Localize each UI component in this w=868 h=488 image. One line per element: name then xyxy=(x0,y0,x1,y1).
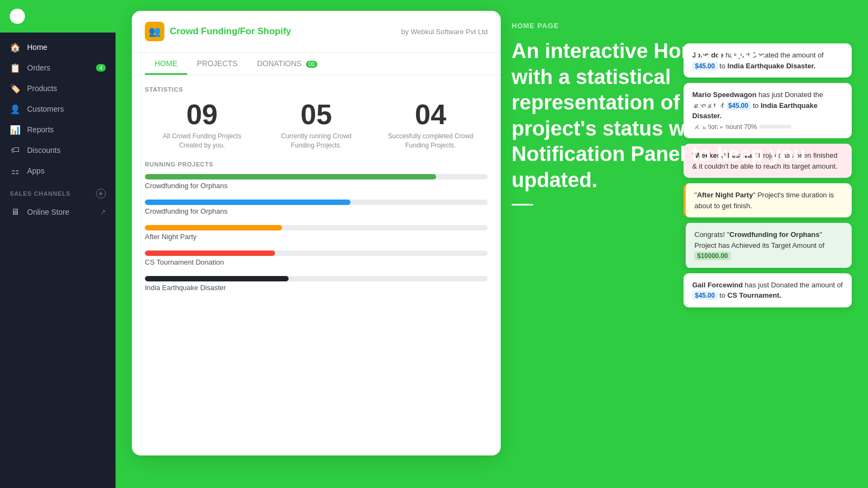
stat-running-projects: 05 Currently running Crowd Funding Proje… xyxy=(259,100,374,150)
donations-badge: 00 xyxy=(306,61,317,68)
reports-icon: 📊 xyxy=(10,124,21,135)
project-bar-fill xyxy=(145,225,282,230)
project-name: Crowdfunding for Orphans xyxy=(145,182,488,190)
projects-section: RUNNING PROJECTS Crowdfunding for Orphan… xyxy=(132,156,501,455)
orders-badge: 4 xyxy=(96,64,106,72)
discounts-icon: 🏷 xyxy=(10,145,21,156)
sidebar-item-orders-label: Orders xyxy=(27,63,50,72)
sidebar-item-customers-label: Customers xyxy=(27,105,64,113)
project-bar-bg xyxy=(145,225,488,230)
project-bar-fill xyxy=(145,174,436,179)
stats-label: STATISTICS xyxy=(145,86,488,93)
add-sales-channel-button[interactable]: + xyxy=(96,189,106,198)
project-item-1: Crowdfunding for Orphans xyxy=(145,200,488,215)
sales-channels-section: SALES CHANNELS + xyxy=(0,181,116,202)
project-bar-row xyxy=(145,251,488,256)
sidebar-item-orders[interactable]: 📋 Orders 4 xyxy=(0,57,116,78)
project-bar-fill xyxy=(145,251,275,256)
tab-projects[interactable]: PROJECTS xyxy=(187,53,247,75)
stats-grid: 09 All Crowd Funding Projects Created by… xyxy=(145,100,488,150)
project-bar-row xyxy=(145,276,488,281)
stat-total-desc: All Crowd Funding Projects Created by yo… xyxy=(145,132,259,150)
sidebar-item-online-store[interactable]: 🖥 Online Store ↗ xyxy=(0,202,116,222)
project-bar-fill xyxy=(145,200,350,205)
sidebar-item-home[interactable]: 🏠 Home xyxy=(0,37,116,57)
project-bar-bg xyxy=(145,276,488,281)
app-vendor: by Webkul Software Pvt Ltd xyxy=(401,28,488,36)
project-bar-row xyxy=(145,174,488,179)
shopify-logo-icon: 🛍 xyxy=(10,9,25,24)
project-bar-fill xyxy=(145,276,289,281)
stat-total-number: 09 xyxy=(145,100,259,129)
project-bar-bg xyxy=(145,174,488,179)
main-content: 👥 Crowd Funding/For Shopify by Webkul So… xyxy=(116,0,868,488)
home-icon: 🏠 xyxy=(10,42,21,53)
app-card-header: 👥 Crowd Funding/For Shopify by Webkul So… xyxy=(132,11,501,53)
sidebar-item-discounts[interactable]: 🏷 Discounts xyxy=(0,140,116,160)
stat-completed-desc: Succesfully completed Crowd Funding Proj… xyxy=(373,132,488,150)
stats-section: STATISTICS 09 All Crowd Funding Projects… xyxy=(132,75,501,156)
stat-running-number: 05 xyxy=(259,100,374,129)
external-link-icon: ↗ xyxy=(100,208,106,216)
sidebar: 🛍 🏠 Home 📋 Orders 4 🏷️ Products 👤 Custom… xyxy=(0,0,116,488)
tab-donations[interactable]: DONATIONS 00 xyxy=(247,53,327,75)
project-name: After Night Party xyxy=(145,233,488,241)
project-item-0: Crowdfunding for Orphans xyxy=(145,174,488,190)
stat-running-desc: Currently running Crowd Funding Projects… xyxy=(259,132,374,150)
notif-gail-forcewind: Gail Forcewind has just Donated the amou… xyxy=(684,273,852,307)
sidebar-item-home-label: Home xyxy=(27,43,47,52)
sidebar-item-discounts-label: Discounts xyxy=(27,146,60,155)
right-panel: HOME PAGE An interactive Home Page with … xyxy=(512,22,810,206)
sidebar-item-apps-label: Apps xyxy=(27,166,44,175)
stat-completed-number: 04 xyxy=(373,100,488,129)
sidebar-logo: 🛍 xyxy=(0,0,116,33)
project-item-3: CS Tournament Donation xyxy=(145,251,488,266)
project-bar-row xyxy=(145,225,488,230)
app-icon: 👥 xyxy=(145,22,164,41)
projects-label: RUNNING PROJECTS xyxy=(145,161,488,168)
sidebar-item-products-label: Products xyxy=(27,84,57,93)
stat-completed-projects: 04 Succesfully completed Crowd Funding P… xyxy=(373,100,488,150)
project-bar-row xyxy=(145,200,488,205)
project-item-4: India Earthquake Disaster xyxy=(145,276,488,292)
sidebar-item-reports-label: Reports xyxy=(27,125,54,134)
app-title: Crowd Funding/For Shopify xyxy=(170,26,291,37)
app-title-area: 👥 Crowd Funding/For Shopify xyxy=(145,22,291,41)
sidebar-item-online-store-label: Online Store xyxy=(27,208,69,216)
project-bar-bg xyxy=(145,251,488,256)
sidebar-item-apps[interactable]: ⚏ Apps xyxy=(0,160,116,181)
right-panel-text: An interactive Home Page with a statisti… xyxy=(512,38,810,193)
app-tabs: HOME PROJECTS DONATIONS 00 xyxy=(132,53,501,75)
orders-icon: 📋 xyxy=(10,62,21,73)
project-name: CS Tournament Donation xyxy=(145,258,488,266)
project-name: India Earthquake Disaster xyxy=(145,284,488,292)
sidebar-item-products[interactable]: 🏷️ Products xyxy=(0,78,116,99)
app-card: 👥 Crowd Funding/For Shopify by Webkul So… xyxy=(132,11,501,455)
products-icon: 🏷️ xyxy=(10,83,21,94)
project-bar-bg xyxy=(145,200,488,205)
stat-total-projects: 09 All Crowd Funding Projects Created by… xyxy=(145,100,259,150)
online-store-icon: 🖥 xyxy=(10,207,21,217)
projects-list: Crowdfunding for Orphans Crowdfunding fo… xyxy=(145,174,488,292)
tab-home[interactable]: HOME xyxy=(145,53,187,75)
right-panel-divider xyxy=(512,204,533,206)
app-title-wrapper: Crowd Funding/For Shopify xyxy=(170,26,291,37)
project-item-2: After Night Party xyxy=(145,225,488,241)
sidebar-item-reports[interactable]: 📊 Reports xyxy=(0,119,116,140)
apps-icon: ⚏ xyxy=(10,165,21,176)
project-name: Crowdfunding for Orphans xyxy=(145,207,488,215)
customers-icon: 👤 xyxy=(10,104,21,114)
notif-crowdfunding-orphans: Congrats! "Crowdfunding for Orphans" Pro… xyxy=(684,223,852,268)
sidebar-navigation: 🏠 Home 📋 Orders 4 🏷️ Products 👤 Customer… xyxy=(0,33,116,488)
sidebar-item-customers[interactable]: 👤 Customers xyxy=(0,99,116,119)
right-panel-label: HOME PAGE xyxy=(512,22,810,30)
